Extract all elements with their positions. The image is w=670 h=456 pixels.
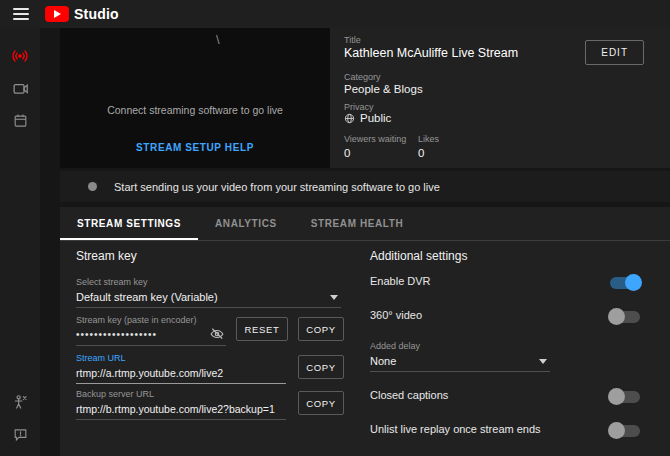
menu-icon[interactable] [13,5,29,23]
stream-key-select[interactable]: Default stream key (Variable) [76,287,341,308]
enable-dvr-label: Enable DVR [370,275,431,287]
stream-info-panel: Title Kathleen McAuliffe Live Stream EDI… [330,28,670,168]
copy-key-button[interactable]: COPY [298,317,344,341]
backup-url-field[interactable]: rtmp://b.rtmp.youtube.com/live2?backup=1 [76,399,286,420]
added-delay-select[interactable]: None [370,351,550,372]
tab-stream-health[interactable]: STREAM HEALTH [294,207,421,240]
video-360-toggle[interactable] [610,311,640,323]
preview-message: Connect streaming software to go live [60,104,330,116]
video-360-label: 360° video [370,309,422,321]
stream-key-select-value: Default stream key (Variable) [76,291,218,303]
additional-settings-heading: Additional settings [370,249,467,263]
stream-url-label: Stream URL [76,353,126,363]
added-delay-label: Added delay [370,341,420,351]
chevron-down-icon [330,295,338,300]
likes-label: Likes [418,134,439,144]
stream-title: Kathleen McAuliffe Live Stream [344,46,518,60]
category-value: People & Blogs [344,83,423,95]
chevron-down-icon [539,359,547,364]
sidebar-item-exit-studio[interactable] [0,386,40,418]
stream-setup-help-link[interactable]: STREAM SETUP HELP [60,142,330,153]
reset-key-button[interactable]: RESET [236,317,288,341]
stream-key-heading: Stream key [76,249,137,263]
select-stream-key-label: Select stream key [76,277,148,287]
closed-captions-toggle[interactable] [610,391,640,403]
sidebar-item-live-stream[interactable] [0,40,40,72]
status-message: Start sending us your video from your st… [114,181,440,193]
youtube-studio-app: Studio [0,0,670,456]
tab-bar: STREAM SETTINGS ANALYTICS STREAM HEALTH [60,207,670,241]
copy-backup-url-button[interactable]: COPY [298,391,344,415]
stream-preview-panel: \ Connect streaming software to go live … [60,28,330,168]
title-label: Title [344,35,361,45]
stream-key-masked-value: •••••••••••••••••• [76,329,157,340]
sidebar-item-manage[interactable] [0,104,40,136]
privacy-label: Privacy [344,102,374,112]
sidebar-item-send-feedback[interactable] [0,418,40,450]
likes-metric: Likes 0 [418,134,439,159]
added-delay-value: None [370,355,396,367]
likes-count: 0 [418,147,439,159]
feedback-icon [13,427,28,442]
closed-captions-label: Closed captions [370,389,448,401]
sidebar-item-webcam[interactable] [0,72,40,104]
privacy-value: Public [360,112,391,124]
copy-url-button[interactable]: COPY [298,355,344,379]
stream-settings-card: STREAM SETTINGS ANALYTICS STREAM HEALTH … [60,207,670,456]
viewers-metric: Viewers waiting 0 [344,134,406,159]
calendar-icon [13,113,28,128]
backup-url-value: rtmp://b.rtmp.youtube.com/live2?backup=1 [76,403,275,415]
loading-spinner-glyph: \ [216,32,220,47]
toggle-key-visibility-button[interactable] [210,327,224,341]
enable-dvr-toggle[interactable] [610,277,640,289]
privacy-value-row: Public [344,112,391,124]
youtube-logo-icon[interactable] [45,6,69,22]
category-label: Category [344,72,381,82]
unlist-replay-toggle[interactable] [610,425,640,437]
top-bar: Studio [0,0,670,28]
studio-brand[interactable]: Studio [74,6,119,22]
unlist-replay-label: Unlist live replay once stream ends [370,423,541,435]
stream-status-bar: Start sending us your video from your st… [60,171,670,202]
camera-icon [12,80,29,97]
viewers-label: Viewers waiting [344,134,406,144]
broadcast-icon [10,46,30,66]
backup-url-label: Backup server URL [76,389,154,399]
globe-icon [344,113,355,124]
stream-key-label: Stream key (paste in encoder) [76,315,197,325]
eye-off-icon [210,327,224,341]
exit-person-icon [12,394,28,410]
stream-url-value: rtmp://a.rtmp.youtube.com/live2 [76,367,223,379]
tab-stream-settings[interactable]: STREAM SETTINGS [60,207,198,240]
tab-analytics[interactable]: ANALYTICS [198,207,294,240]
viewers-count: 0 [344,147,406,159]
edit-button[interactable]: EDIT [585,40,644,65]
sidebar [0,28,40,456]
stream-key-field[interactable]: •••••••••••••••••• [76,325,226,346]
status-dot-icon [88,182,97,191]
stream-url-field[interactable]: rtmp://a.rtmp.youtube.com/live2 [76,363,286,384]
